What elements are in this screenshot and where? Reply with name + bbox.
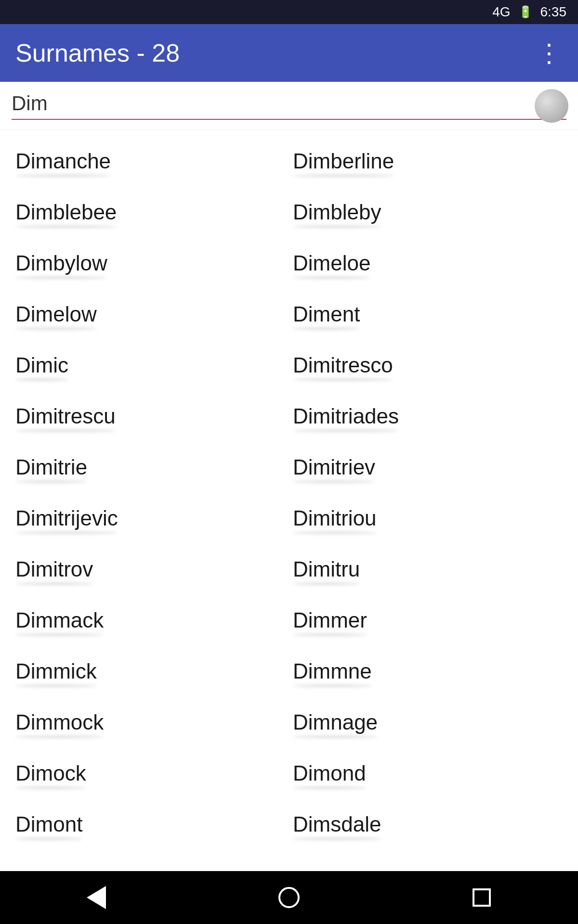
list-item[interactable]: Dimock [12,750,289,801]
overflow-menu-icon[interactable]: ⋮ [537,38,563,67]
list-item[interactable]: Dimsdale [289,801,566,852]
table-row: DimitrijevicDimitriou [0,495,578,546]
list-item[interactable]: Dimitriou [289,495,566,546]
table-row: DimontDimsdale [0,801,578,852]
table-row: DimitrovDimitru [0,546,578,597]
list-item[interactable]: Dimmock [12,699,289,750]
list-item[interactable]: Dimitrov [12,546,289,597]
list-item[interactable]: Dimitrie [12,444,289,495]
back-button[interactable] [82,883,111,912]
list-item[interactable]: Dimitru [289,546,566,597]
bottom-navigation [0,871,578,924]
list-item[interactable]: Dimbleby [289,189,566,240]
table-row: DimitrescuDimitriades [0,393,578,444]
list-item[interactable]: Dimeloe [289,240,566,291]
list-item[interactable]: Dimmer [289,597,566,648]
app-title: Surnames - 28 [15,38,180,67]
home-button[interactable] [275,883,303,912]
table-row: DimmockDimnage [0,699,578,750]
list-item[interactable]: Dimblebee [12,189,289,240]
table-row: DimblebeeDimbleby [0,189,578,240]
list-item[interactable]: Dimitrijevic [12,495,289,546]
list-item[interactable]: Dimmick [12,648,289,699]
table-row: DimicDimitresco [0,342,578,393]
surnames-list: DimancheDimberlineDimblebeeDimblebyDimby… [0,130,578,860]
list-item[interactable]: Dimelow [12,291,289,342]
recents-button[interactable] [467,883,496,912]
table-row: DimelowDiment [0,291,578,342]
table-row: DimancheDimberline [0,138,578,189]
search-input[interactable] [12,92,566,120]
list-item[interactable]: Dimic [12,342,289,393]
list-item[interactable]: Dimberline [289,138,566,189]
table-row: DimitrieDimitriev [0,444,578,495]
battery-icon: 🔋 [518,5,533,19]
list-item[interactable]: Diment [289,291,566,342]
search-bar [0,82,578,130]
list-item[interactable]: Dimnage [289,699,566,750]
table-row: DimmickDimmne [0,648,578,699]
list-item[interactable]: Dimond [289,750,566,801]
list-item[interactable]: Dimmne [289,648,566,699]
recents-icon [473,888,491,907]
app-bar: Surnames - 28 ⋮ [0,24,578,82]
clock: 6:35 [540,4,567,20]
list-item[interactable]: Dimitriev [289,444,566,495]
list-item[interactable]: Dimitrescu [12,393,289,444]
back-icon [87,886,106,909]
status-bar: 4G 🔋 6:35 [0,0,578,24]
list-item[interactable]: Dimanche [12,138,289,189]
table-row: DimmackDimmer [0,597,578,648]
search-button[interactable] [535,89,568,123]
list-item[interactable]: Dimbylow [12,240,289,291]
signal-indicator: 4G [492,4,510,20]
list-item[interactable]: Dimitriades [289,393,566,444]
list-item[interactable]: Dimont [12,801,289,852]
list-item[interactable]: Dimitresco [289,342,566,393]
list-item[interactable]: Dimmack [12,597,289,648]
table-row: DimockDimond [0,750,578,801]
home-icon [278,887,300,908]
table-row: DimbylowDimeloe [0,240,578,291]
